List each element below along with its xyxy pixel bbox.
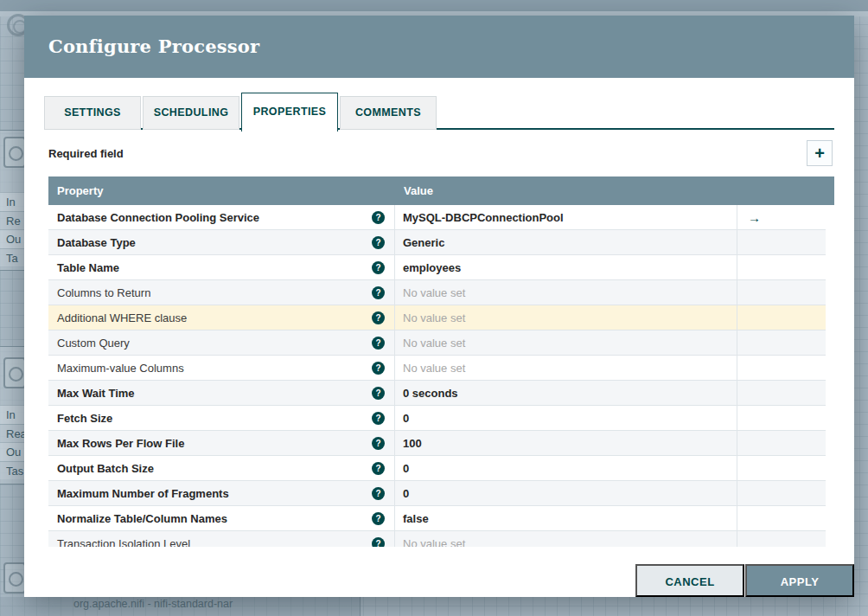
goto-cell: →	[737, 205, 826, 229]
property-value-cell[interactable]: No value set	[395, 305, 737, 330]
goto-cell	[737, 506, 826, 530]
help-icon[interactable]: ?	[372, 437, 385, 450]
help-icon[interactable]: ?	[372, 462, 385, 475]
property-value-cell[interactable]: 0	[395, 481, 737, 505]
property-name-cell: Custom Query?	[48, 330, 395, 355]
property-name-cell: Database Connection Pooling Service?	[48, 205, 395, 229]
property-name-cell: Maximum Number of Fragments?	[48, 481, 395, 505]
help-icon[interactable]: ?	[372, 387, 385, 400]
column-header-property: Property	[48, 184, 396, 197]
property-row[interactable]: Fetch Size?0	[48, 406, 826, 431]
property-name: Database Connection Pooling Service	[57, 211, 372, 224]
property-value: Generic	[403, 236, 444, 249]
property-value-cell[interactable]: No value set	[395, 531, 737, 547]
goto-cell	[737, 431, 826, 455]
nifi-top-toolbar	[0, 0, 868, 11]
property-value-cell[interactable]: 0	[395, 456, 737, 480]
property-value-cell[interactable]: employees	[395, 255, 737, 279]
property-row[interactable]: Max Wait Time?0 seconds	[48, 381, 826, 406]
property-value-cell[interactable]: 0 seconds	[395, 381, 737, 405]
processor-icon	[3, 562, 26, 594]
help-icon[interactable]: ?	[372, 286, 385, 299]
property-value: No value set	[403, 537, 465, 548]
property-name: Maximum Number of Fragments	[57, 487, 372, 500]
tab-properties[interactable]: PROPERTIES	[241, 93, 338, 132]
property-value-cell[interactable]: No value set	[395, 330, 737, 355]
help-icon[interactable]: ?	[372, 236, 385, 249]
help-icon[interactable]: ?	[372, 512, 385, 525]
property-name: Additional WHERE clause	[57, 311, 372, 324]
property-value-cell[interactable]: No value set	[395, 356, 737, 380]
property-value-cell[interactable]: No value set	[395, 280, 737, 305]
tab-comments[interactable]: COMMENTS	[340, 96, 437, 130]
help-icon[interactable]: ?	[372, 537, 385, 548]
help-icon[interactable]: ?	[372, 211, 385, 224]
add-property-button[interactable]: +	[807, 140, 833, 166]
property-name-cell: Transaction Isolation Level?	[48, 531, 395, 547]
property-row[interactable]: Table Name?employees	[48, 255, 826, 280]
property-value-cell[interactable]: false	[395, 506, 737, 530]
property-row[interactable]: Maximum Number of Fragments?0	[48, 481, 826, 506]
property-name: Fetch Size	[57, 412, 372, 425]
tab-scheduling[interactable]: SCHEDULING	[143, 96, 239, 130]
property-value: false	[403, 512, 429, 525]
property-value-cell[interactable]: 0	[395, 406, 737, 430]
required-field-label: Required field	[48, 147, 124, 160]
help-icon[interactable]: ?	[372, 311, 385, 324]
property-value: No value set	[403, 286, 465, 299]
property-row[interactable]: Database Type?Generic	[48, 230, 826, 255]
property-name: Columns to Return	[57, 286, 372, 299]
property-row[interactable]: Output Batch Size?0	[48, 456, 826, 481]
property-row[interactable]: Custom Query?No value set	[48, 330, 826, 356]
dialog-header: Configure Processor	[24, 16, 854, 78]
tab-settings[interactable]: SETTINGS	[44, 96, 141, 130]
property-row[interactable]: Transaction Isolation Level?No value set	[48, 531, 826, 547]
properties-table: Property Value Database Connection Pooli…	[48, 176, 834, 547]
property-name: Max Wait Time	[57, 387, 372, 400]
property-value-cell[interactable]: MySQL-DBCPConnectionPool	[395, 205, 737, 229]
property-row[interactable]: Normalize Table/Column Names?false	[48, 506, 826, 531]
apply-button[interactable]: APPLY	[745, 564, 854, 597]
property-value-cell[interactable]: 100	[395, 431, 737, 455]
goto-cell	[737, 381, 826, 405]
goto-cell	[737, 280, 826, 305]
help-icon[interactable]: ?	[372, 412, 385, 425]
property-name-cell: Additional WHERE clause?	[48, 305, 395, 330]
property-row[interactable]: Max Rows Per Flow File?100	[48, 431, 826, 456]
property-value: 100	[403, 437, 422, 450]
column-header-value: Value	[396, 184, 739, 197]
property-value-cell[interactable]: Generic	[395, 230, 737, 254]
property-name-cell: Maximum-value Columns?	[48, 356, 395, 380]
goto-cell	[737, 356, 826, 380]
goto-cell	[737, 255, 826, 279]
goto-cell	[737, 531, 826, 547]
cancel-button[interactable]: CANCEL	[635, 564, 744, 597]
property-name: Normalize Table/Column Names	[57, 512, 372, 525]
help-icon[interactable]: ?	[372, 337, 385, 350]
property-row[interactable]: Columns to Return?No value set	[48, 280, 826, 305]
table-rows: Database Connection Pooling Service?MySQ…	[48, 205, 826, 547]
dialog-title: Configure Processor	[24, 16, 854, 78]
property-value: 0	[403, 412, 409, 425]
help-icon[interactable]: ?	[372, 261, 385, 274]
property-value: 0 seconds	[403, 387, 458, 400]
property-row[interactable]: Database Connection Pooling Service?MySQ…	[48, 205, 826, 230]
configure-processor-dialog: Configure Processor SETTINGSSCHEDULINGPR…	[24, 16, 854, 597]
property-value: 0	[403, 462, 409, 475]
help-icon[interactable]: ?	[372, 362, 385, 375]
property-name-cell: Columns to Return?	[48, 280, 395, 305]
property-row[interactable]: Maximum-value Columns?No value set	[48, 356, 826, 381]
property-name: Max Rows Per Flow File	[57, 437, 372, 450]
goto-cell	[737, 305, 826, 330]
property-name: Transaction Isolation Level	[57, 537, 372, 548]
property-name-cell: Output Batch Size?	[48, 456, 395, 480]
property-name-cell: Max Rows Per Flow File?	[48, 431, 395, 455]
property-row[interactable]: Additional WHERE clause?No value set	[48, 305, 826, 330]
property-value: No value set	[403, 362, 465, 375]
tabs: SETTINGSSCHEDULINGPROPERTIESCOMMENTS	[44, 93, 438, 132]
goto-service-icon[interactable]: →	[748, 210, 761, 225]
property-name: Output Batch Size	[57, 462, 372, 475]
help-icon[interactable]: ?	[372, 487, 385, 500]
property-value: 0	[403, 487, 409, 500]
processor-icon	[3, 137, 26, 168]
